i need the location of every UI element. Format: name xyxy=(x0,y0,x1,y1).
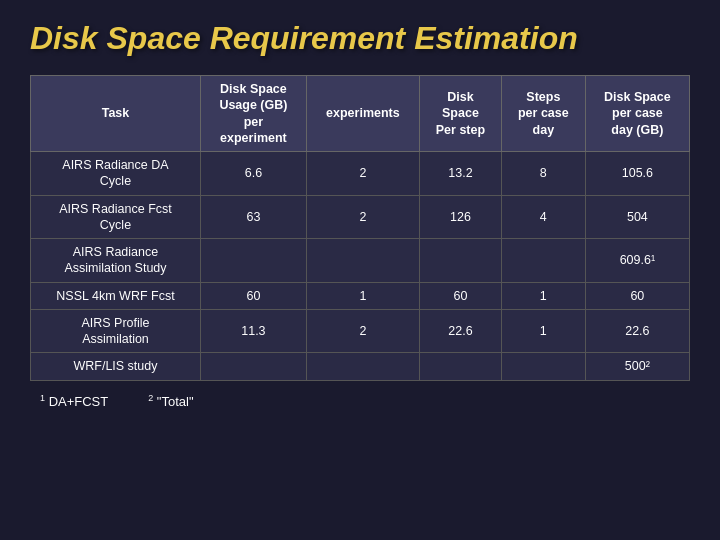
cell-task: AIRS ProfileAssimilation xyxy=(31,309,201,353)
footnote-2: 2 "Total" xyxy=(148,393,193,409)
cell-task: AIRS RadianceAssimilation Study xyxy=(31,239,201,283)
cell-experiments: 2 xyxy=(306,309,419,353)
cell-experiments xyxy=(306,239,419,283)
cell-disk-usage: 60 xyxy=(200,282,306,309)
col-header-task: Task xyxy=(31,76,201,152)
cell-experiments xyxy=(306,353,419,380)
cell-disk-usage xyxy=(200,239,306,283)
cell-disk-usage xyxy=(200,353,306,380)
cell-disk-per-step: 60 xyxy=(419,282,501,309)
cell-disk-usage: 63 xyxy=(200,195,306,239)
footnotes: 1 DA+FCST 2 "Total" xyxy=(30,393,194,409)
cell-steps-per-case-day: 4 xyxy=(501,195,585,239)
cell-disk-per-step: 13.2 xyxy=(419,152,501,196)
page-title: Disk Space Requirement Estimation xyxy=(30,20,578,57)
cell-disk-per-case-day: 500² xyxy=(585,353,689,380)
cell-disk-usage: 11.3 xyxy=(200,309,306,353)
table-row: AIRS Radiance DACycle6.6213.28105.6 xyxy=(31,152,690,196)
cell-task: AIRS Radiance DACycle xyxy=(31,152,201,196)
cell-steps-per-case-day xyxy=(501,353,585,380)
cell-task: NSSL 4km WRF Fcst xyxy=(31,282,201,309)
cell-task: WRF/LIS study xyxy=(31,353,201,380)
table-header-row: Task Disk SpaceUsage (GB)perexperiment e… xyxy=(31,76,690,152)
cell-task: AIRS Radiance FcstCycle xyxy=(31,195,201,239)
col-header-disk-per-case-day: Disk Spaceper caseday (GB) xyxy=(585,76,689,152)
cell-disk-usage: 6.6 xyxy=(200,152,306,196)
cell-disk-per-case-day: 105.6 xyxy=(585,152,689,196)
table-row: WRF/LIS study500² xyxy=(31,353,690,380)
cell-disk-per-case-day: 504 xyxy=(585,195,689,239)
cell-steps-per-case-day xyxy=(501,239,585,283)
cell-disk-per-case-day: 60 xyxy=(585,282,689,309)
col-header-experiments: experiments xyxy=(306,76,419,152)
cell-experiments: 2 xyxy=(306,152,419,196)
cell-disk-per-case-day: 609.6¹ xyxy=(585,239,689,283)
col-header-disk-usage: Disk SpaceUsage (GB)perexperiment xyxy=(200,76,306,152)
col-header-steps-per-case-day: Stepsper caseday xyxy=(501,76,585,152)
main-table-container: Task Disk SpaceUsage (GB)perexperiment e… xyxy=(30,75,690,381)
cell-experiments: 1 xyxy=(306,282,419,309)
cell-steps-per-case-day: 1 xyxy=(501,309,585,353)
table-row: AIRS RadianceAssimilation Study609.6¹ xyxy=(31,239,690,283)
cell-disk-per-step: 126 xyxy=(419,195,501,239)
table-row: NSSL 4km WRF Fcst60160160 xyxy=(31,282,690,309)
cell-disk-per-step: 22.6 xyxy=(419,309,501,353)
cell-steps-per-case-day: 1 xyxy=(501,282,585,309)
table-row: AIRS ProfileAssimilation11.3222.6122.6 xyxy=(31,309,690,353)
cell-disk-per-case-day: 22.6 xyxy=(585,309,689,353)
cell-experiments: 2 xyxy=(306,195,419,239)
table-row: AIRS Radiance FcstCycle6321264504 xyxy=(31,195,690,239)
col-header-disk-per-step: DiskSpacePer step xyxy=(419,76,501,152)
footnote-1: 1 DA+FCST xyxy=(40,393,108,409)
cell-disk-per-step xyxy=(419,239,501,283)
cell-disk-per-step xyxy=(419,353,501,380)
cell-steps-per-case-day: 8 xyxy=(501,152,585,196)
disk-space-table: Task Disk SpaceUsage (GB)perexperiment e… xyxy=(30,75,690,381)
